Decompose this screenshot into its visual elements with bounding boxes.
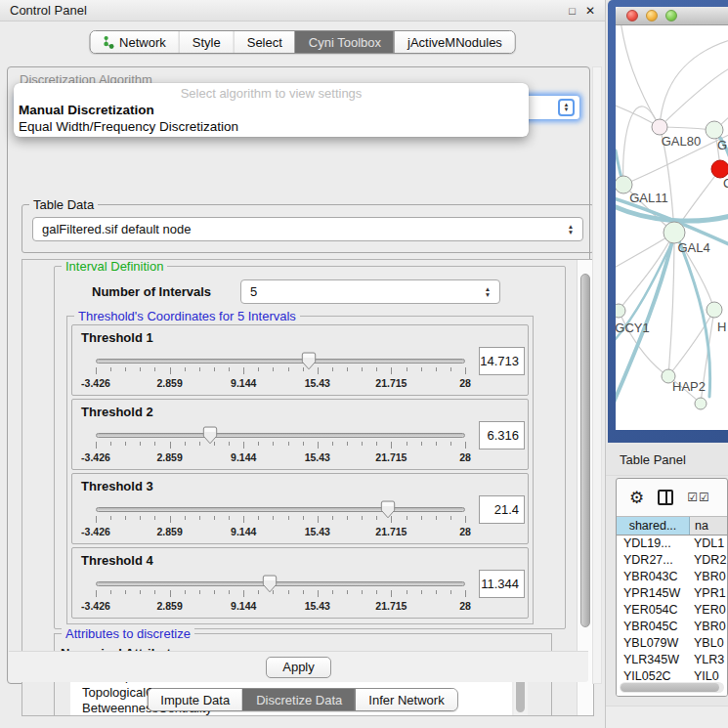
table-row[interactable]: YLR345WYLR3 bbox=[617, 653, 727, 669]
float-window-icon[interactable]: □ bbox=[569, 5, 576, 17]
thresholds-group: Threshold's Coordinates for 5 Intervals … bbox=[66, 316, 534, 624]
slider-track[interactable] bbox=[96, 507, 465, 512]
slider-tick bbox=[450, 516, 451, 520]
table-row[interactable]: YDL19...YDL1 bbox=[617, 536, 727, 553]
slider-tick bbox=[407, 442, 407, 446]
threshold-value-field[interactable]: 21.4 bbox=[479, 495, 525, 524]
tab-select[interactable]: Select bbox=[234, 31, 295, 53]
network-edge[interactable] bbox=[621, 25, 660, 127]
slider-tick bbox=[96, 367, 97, 374]
zoom-traffic-light-icon[interactable] bbox=[665, 10, 677, 21]
panel-scrollbar-track[interactable] bbox=[592, 66, 602, 684]
tab-jactivemnodules[interactable]: jActiveMNodules bbox=[394, 31, 515, 53]
tab-cyni-toolbox[interactable]: Cyni Toolbox bbox=[295, 31, 394, 53]
slider-tick bbox=[391, 590, 392, 597]
scrollbar-thumb[interactable] bbox=[580, 274, 590, 627]
slider-tick bbox=[465, 516, 466, 523]
tab-label: Impute Data bbox=[160, 693, 230, 707]
slider-tick bbox=[376, 516, 377, 520]
tab-style[interactable]: Style bbox=[179, 31, 234, 53]
node-label: C bbox=[723, 176, 728, 191]
slider-thumb[interactable] bbox=[202, 426, 218, 445]
tab-label: Select bbox=[247, 35, 282, 50]
group-title-table-data: Table Data bbox=[29, 197, 98, 212]
network-node[interactable] bbox=[706, 121, 723, 139]
network-edge[interactable] bbox=[660, 66, 728, 127]
network-node[interactable] bbox=[695, 398, 707, 409]
slider-tick bbox=[391, 442, 392, 449]
close-icon[interactable]: ✕ bbox=[585, 4, 595, 18]
tab-impute-data[interactable]: Impute Data bbox=[148, 689, 242, 710]
slider-track[interactable] bbox=[96, 359, 465, 364]
close-traffic-light-icon[interactable] bbox=[626, 10, 638, 21]
network-node[interactable] bbox=[652, 119, 667, 135]
select-columns-checkboxes-icon[interactable]: ☑☑ bbox=[687, 491, 710, 504]
threshold-slider-3[interactable]: -3.4262.8599.14415.4321.71528 bbox=[92, 499, 483, 544]
slider-tick bbox=[318, 516, 319, 523]
threshold-value-field[interactable]: 11.344 bbox=[479, 570, 525, 598]
algorithm-option-equal-width-frequency-discretization[interactable]: Equal Width/Frequency Discretization bbox=[19, 119, 238, 134]
threshold-box-1: Threshold 1-3.4262.8599.14415.4321.71528… bbox=[71, 324, 529, 396]
discretization-algorithm-group: Discretization Algorithm ▲ ▼ Table Data … bbox=[7, 66, 590, 684]
table-horizontal-scrollbar[interactable] bbox=[620, 682, 724, 693]
table-row[interactable]: YER054CYER0 bbox=[617, 603, 727, 620]
algorithm-option-manual-discretization[interactable]: Manual Discretization bbox=[19, 103, 154, 117]
slider-tick-label: 15.43 bbox=[305, 377, 330, 389]
slider-tick bbox=[140, 442, 141, 446]
slider-tick bbox=[362, 367, 363, 371]
slider-tick-label: -3.426 bbox=[81, 600, 110, 612]
cell-shared-name: YBR043C bbox=[617, 570, 690, 586]
slider-tick bbox=[243, 442, 244, 449]
network-window-titlebar[interactable] bbox=[616, 7, 728, 25]
slider-thumb[interactable] bbox=[301, 352, 317, 370]
threshold-slider-4[interactable]: -3.4262.8599.14415.4321.71528 bbox=[92, 574, 483, 619]
settings-vertical-scrollbar[interactable] bbox=[577, 260, 593, 715]
threshold-slider-2[interactable]: -3.4262.8599.14415.4321.71528 bbox=[92, 425, 483, 470]
minimize-traffic-light-icon[interactable] bbox=[646, 10, 658, 21]
algorithm-dropdown-popup: Select algorithm to view settings Manual… bbox=[14, 83, 529, 137]
split-columns-icon[interactable] bbox=[658, 490, 673, 505]
threshold-slider-1[interactable]: -3.4262.8599.14415.4321.71528 bbox=[92, 351, 483, 396]
slider-thumb[interactable] bbox=[380, 500, 396, 519]
network-edge[interactable] bbox=[660, 39, 728, 127]
slider-tick bbox=[170, 516, 171, 523]
threshold-box-2: Threshold 2-3.4262.8599.14415.4321.71528… bbox=[71, 399, 529, 470]
tab-infer-network[interactable]: Infer Network bbox=[355, 689, 456, 710]
apply-band: Apply bbox=[9, 651, 588, 682]
table-row[interactable]: YDR27...YDR2 bbox=[617, 553, 727, 570]
network-node[interactable] bbox=[616, 304, 625, 318]
column-header-shared-name[interactable]: shared... bbox=[617, 517, 690, 535]
combobox-stepper-icon[interactable]: ▲ ▼ bbox=[481, 286, 494, 297]
tab-discretize-data[interactable]: Discretize Data bbox=[242, 689, 355, 710]
slider-tick bbox=[332, 590, 333, 594]
network-canvas[interactable]: GAL80GCGAL11GAL4GCY1HHAP2 bbox=[616, 25, 728, 430]
slider-tick bbox=[229, 516, 230, 520]
apply-button[interactable]: Apply bbox=[266, 657, 331, 678]
slider-thumb-icon bbox=[301, 352, 317, 370]
tab-network[interactable]: Network bbox=[90, 31, 179, 53]
combobox-stepper-icon[interactable]: ▲ ▼ bbox=[564, 224, 578, 235]
slider-tick bbox=[436, 516, 437, 520]
threshold-label: Threshold 2 bbox=[81, 405, 153, 419]
cell-name: YER0 bbox=[690, 603, 727, 620]
scrollbar-thumb[interactable] bbox=[621, 683, 719, 692]
gear-icon[interactable]: ⚙ bbox=[629, 490, 644, 506]
combobox-stepper-icon[interactable]: ▲ ▼ bbox=[558, 99, 575, 116]
slider-track[interactable] bbox=[96, 433, 465, 438]
slider-tick-label: 15.43 bbox=[305, 451, 330, 463]
slider-tick-label: 21.715 bbox=[375, 451, 407, 463]
threshold-value-field[interactable]: 6.316 bbox=[479, 421, 525, 450]
table-data-combobox[interactable]: galFiltered.sif default node ▲ ▼ bbox=[32, 217, 583, 241]
slider-track[interactable] bbox=[96, 581, 465, 586]
slider-tick bbox=[258, 367, 259, 371]
table-row[interactable]: YBL079WYBL0 bbox=[617, 636, 727, 653]
threshold-value-field[interactable]: 14.713 bbox=[479, 347, 525, 375]
network-node[interactable] bbox=[707, 302, 722, 318]
table-row[interactable]: YBR043CYBR0 bbox=[617, 570, 727, 586]
number-of-intervals-combobox[interactable]: 5 ▲ ▼ bbox=[240, 279, 500, 304]
column-header-name[interactable]: na bbox=[690, 517, 727, 535]
table-body: YDL19...YDL1YDR27...YDR2YBR043CYBR0YPR14… bbox=[617, 536, 727, 696]
table-row[interactable]: YBR045CYBR0 bbox=[617, 620, 727, 636]
table-row[interactable]: YPR145WYPR1 bbox=[617, 586, 727, 603]
slider-thumb[interactable] bbox=[262, 575, 278, 593]
